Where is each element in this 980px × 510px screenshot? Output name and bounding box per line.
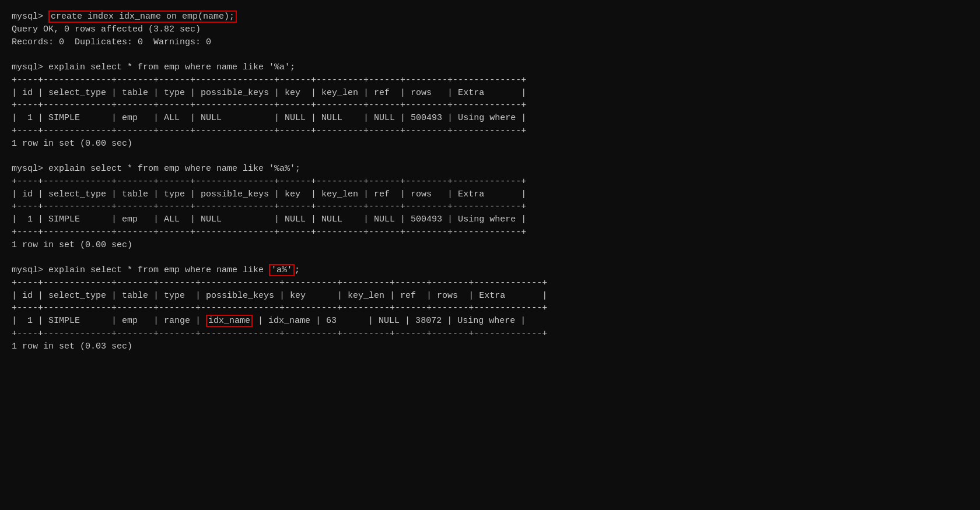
block-create-index: mysql> create index idx_name on emp(name… [12, 10, 968, 61]
data-3-suffix: | idx_name | 63 | NULL | 38072 | Using w… [253, 316, 526, 326]
terminal-query-3: mysql> explain select * from emp where n… [12, 264, 968, 277]
terminal-blank-3 [12, 251, 968, 264]
terminal-data-1: | 1 | SIMPLE | emp | ALL | NULL | NULL |… [12, 112, 968, 125]
terminal-divider-1c: +----+-------------+-------+------+-----… [12, 125, 968, 138]
terminal-header-1: | id | select_type | table | type | poss… [12, 87, 968, 100]
terminal-divider-3c: +----+-------------+-------+-------+----… [12, 328, 968, 340]
terminal-header-2: | id | select_type | table | type | poss… [12, 188, 968, 201]
terminal-divider-1b: +----+-------------+-------+------+-----… [12, 99, 968, 112]
terminal-blank-1 [12, 48, 968, 61]
terminal-header-3: | id | select_type | table | type | poss… [12, 290, 968, 303]
query-3-suffix: ; [295, 265, 300, 275]
terminal-footer-2: 1 row in set (0.00 sec) [12, 239, 968, 252]
data-3-prefix: | 1 | SIMPLE | emp | range | [12, 316, 206, 326]
terminal-footer-3: 1 row in set (0.03 sec) [12, 340, 968, 353]
terminal-query-1: mysql> explain select * from emp where n… [12, 61, 968, 74]
terminal-data-2: | 1 | SIMPLE | emp | ALL | NULL | NULL |… [12, 213, 968, 226]
block-explain-1: mysql> explain select * from emp where n… [12, 61, 968, 163]
terminal-divider-2c: +----+-------------+-------+------+-----… [12, 226, 968, 239]
terminal-data-3: | 1 | SIMPLE | emp | range | idx_name | … [12, 315, 968, 328]
terminal-divider-2a: +----+-------------+-------+------+-----… [12, 175, 968, 188]
terminal-divider-2b: +----+-------------+-------+------+-----… [12, 201, 968, 213]
block-explain-3: mysql> explain select * from emp where n… [12, 264, 968, 353]
terminal-divider-3b: +----+-------------+-------+-------+----… [12, 302, 968, 315]
terminal-line-query-ok: Query OK, 0 rows affected (3.82 sec) [12, 23, 968, 36]
query-3-prefix: mysql> explain select * from emp where n… [12, 265, 269, 275]
terminal-footer-1: 1 row in set (0.00 sec) [12, 138, 968, 150]
terminal-line-create: mysql> create index idx_name on emp(name… [12, 10, 968, 23]
terminal-blank-2 [12, 150, 968, 163]
block-explain-2: mysql> explain select * from emp where n… [12, 163, 968, 264]
terminal-query-2: mysql> explain select * from emp where n… [12, 163, 968, 175]
terminal-divider-1a: +----+-------------+-------+------+-----… [12, 74, 968, 87]
terminal-container: mysql> create index idx_name on emp(name… [12, 10, 968, 353]
terminal-line-records: Records: 0 Duplicates: 0 Warnings: 0 [12, 36, 968, 49]
terminal-divider-3a: +----+-------------+-------+-------+----… [12, 277, 968, 290]
highlight-create-command: create index idx_name on emp(name); [48, 10, 237, 23]
highlight-query-value: 'a%' [269, 264, 295, 276]
highlight-idx-name: idx_name [206, 315, 253, 327]
